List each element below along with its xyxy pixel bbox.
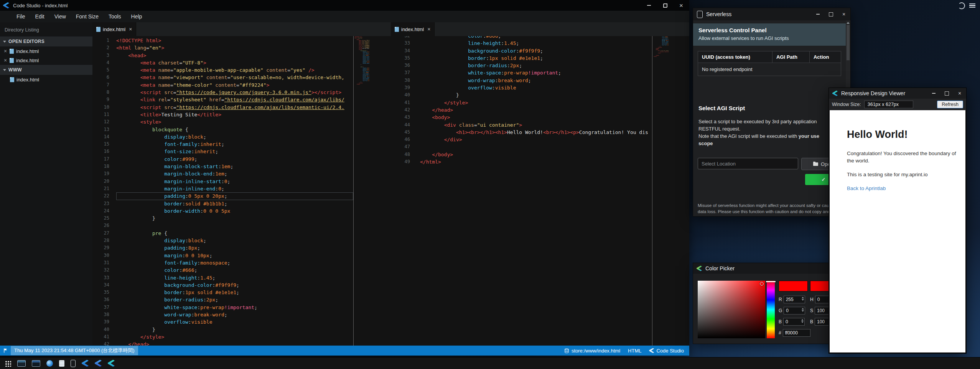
code-line[interactable]: </head>: [116, 341, 353, 346]
code-line[interactable]: color:#666;: [116, 266, 353, 274]
code-line[interactable]: word-wrap:break-word;: [420, 77, 652, 84]
code-line[interactable]: </style>: [420, 99, 652, 106]
code-line[interactable]: <!DOCTYPE html>: [116, 37, 353, 44]
code-line[interactable]: margin-block-end:1em;: [116, 170, 353, 177]
maximize-button[interactable]: [824, 8, 837, 20]
menu-help[interactable]: Help: [126, 11, 147, 22]
code-line[interactable]: display:block;: [116, 237, 353, 244]
code-line[interactable]: <meta name="theme-color" content="#ff922…: [116, 81, 353, 89]
code-line[interactable]: <div class="ui container">: [420, 121, 652, 129]
stepper-icon[interactable]: [802, 297, 804, 301]
code-line[interactable]: </style>: [116, 333, 353, 341]
code-studio-blue-icon[interactable]: [82, 360, 89, 367]
code-line[interactable]: font-family:monospace;: [116, 259, 353, 266]
code-line[interactable]: <html lang="en">: [116, 44, 353, 51]
code-line[interactable]: border:1px solid #e1e1e1;: [420, 55, 652, 62]
code-line[interactable]: <meta name="apple-mobile-web-app-capable…: [116, 66, 353, 74]
close-icon[interactable]: [4, 48, 10, 54]
code-line[interactable]: margin-inline-end:0;: [116, 185, 353, 192]
menu-icon[interactable]: [969, 3, 975, 8]
code-line[interactable]: overflow:visible: [420, 84, 652, 91]
code-line[interactable]: <meta name="viewport" content="user-scal…: [116, 74, 353, 81]
code-line[interactable]: margin-block-start:1em;: [116, 163, 353, 170]
close-icon[interactable]: [4, 57, 10, 63]
code-line[interactable]: <body>: [420, 114, 652, 121]
window-alt-icon[interactable]: [32, 360, 40, 367]
window-app-icon[interactable]: [17, 360, 26, 367]
code-line[interactable]: color:#999;: [116, 156, 353, 163]
code-line[interactable]: </head>: [420, 106, 652, 114]
menu-file[interactable]: File: [12, 11, 30, 22]
scroll-thumb[interactable]: [847, 25, 850, 60]
minimap[interactable]: color:#666; line-height:1.45; background…: [653, 36, 669, 346]
code-line[interactable]: word-wrap:break-word;: [116, 311, 353, 318]
code-line[interactable]: </div>: [420, 136, 652, 143]
stepper-icon[interactable]: [801, 319, 804, 323]
green-input[interactable]: 0: [784, 307, 805, 314]
code-line[interactable]: }: [116, 326, 353, 333]
code-line[interactable]: <head>: [116, 52, 353, 59]
blue-input[interactable]: 0: [783, 318, 805, 326]
code-line[interactable]: font-size:inherit;: [116, 148, 353, 155]
code-line[interactable]: padding:0 5px 0 20px;: [116, 192, 353, 200]
code-line[interactable]: </body>: [420, 151, 652, 158]
minimap[interactable]: <!DOCTYPE html><html lang="en"> <head> <…: [354, 36, 369, 346]
file-path-status[interactable]: store:/www/index.html: [564, 348, 620, 354]
code-line[interactable]: border:solid #b1b1b1;: [116, 200, 353, 207]
app-status[interactable]: Code Studio: [649, 348, 684, 354]
document-icon[interactable]: [59, 360, 64, 367]
code-line[interactable]: blockquote {: [116, 126, 353, 133]
open-editor-item-1[interactable]: index.html: [0, 46, 92, 56]
www-file-item[interactable]: index.html: [0, 75, 92, 84]
minimize-button[interactable]: [927, 88, 940, 99]
browser-icon[interactable]: [46, 360, 53, 367]
code-line[interactable]: <script src="https://code.jquery.com/jqu…: [116, 89, 353, 96]
minimize-button[interactable]: [641, 0, 657, 11]
maximize-button[interactable]: [940, 88, 953, 99]
code-line[interactable]: line-height:1.45;: [420, 40, 652, 47]
scroll-up-icon[interactable]: [847, 22, 850, 24]
code-line[interactable]: white-space:pre-wrap!important;: [116, 304, 353, 311]
code-line[interactable]: overflow:visible: [116, 318, 353, 326]
tab-index-html[interactable]: index.html: [391, 22, 435, 36]
hex-input[interactable]: ff0000: [783, 329, 810, 337]
code-studio-teal-icon[interactable]: [108, 360, 115, 367]
start-grid-icon[interactable]: [5, 360, 11, 367]
tab-close-icon[interactable]: [427, 26, 430, 32]
tab-index-html[interactable]: index.html: [92, 22, 136, 36]
code-line[interactable]: border-width:0 0 0 5px: [116, 207, 353, 215]
saturation-cursor[interactable]: [760, 282, 764, 286]
hue-marker[interactable]: [766, 281, 776, 282]
code-line[interactable]: pre {: [116, 230, 353, 237]
restore-button[interactable]: [657, 0, 673, 11]
code-line[interactable]: </html>: [420, 158, 652, 165]
code-line[interactable]: <style>: [116, 118, 353, 126]
code-line[interactable]: <h1><br></h1><h1>Hello World!<br></h1><p…: [420, 129, 652, 136]
close-button[interactable]: [673, 0, 689, 11]
stepper-icon[interactable]: [802, 308, 804, 312]
code-line[interactable]: <link rel="stylesheet" href="https://cdn…: [116, 96, 353, 103]
menu-tools[interactable]: Tools: [104, 11, 126, 22]
language-status[interactable]: HTML: [628, 348, 641, 354]
menu-font-size[interactable]: Font Size: [71, 11, 104, 22]
code-line[interactable]: }: [116, 215, 353, 222]
code-line[interactable]: color:#666;: [420, 36, 652, 40]
code-line[interactable]: background-color:#f9f9f9;: [420, 47, 652, 55]
datetime-status[interactable]: Thu May 11 2023 21:54:48 GMT+0800 (台北標準時…: [11, 346, 138, 355]
phone-icon[interactable]: [71, 360, 76, 367]
code-line[interactable]: }: [420, 91, 652, 99]
code-line[interactable]: display:block;: [116, 133, 353, 141]
red-input[interactable]: 255: [784, 296, 805, 303]
code-line[interactable]: padding:8px;: [116, 244, 353, 252]
minimize-button[interactable]: [811, 8, 824, 20]
saturation-picker[interactable]: [698, 281, 765, 338]
sidebar-section-open-editors[interactable]: OPEN EDITORS: [0, 36, 92, 46]
code-line[interactable]: font-family:inherit;: [116, 141, 353, 148]
code-line[interactable]: margin:0 0 10px;: [116, 252, 353, 259]
code-line[interactable]: [420, 143, 652, 151]
code-line[interactable]: <title>Testing Site</title>: [116, 111, 353, 118]
code-line[interactable]: border-radius:2px;: [116, 296, 353, 303]
back-link[interactable]: Back to Aprintlab: [847, 185, 886, 191]
refresh-icon[interactable]: [958, 2, 965, 9]
code-line[interactable]: [116, 222, 353, 229]
